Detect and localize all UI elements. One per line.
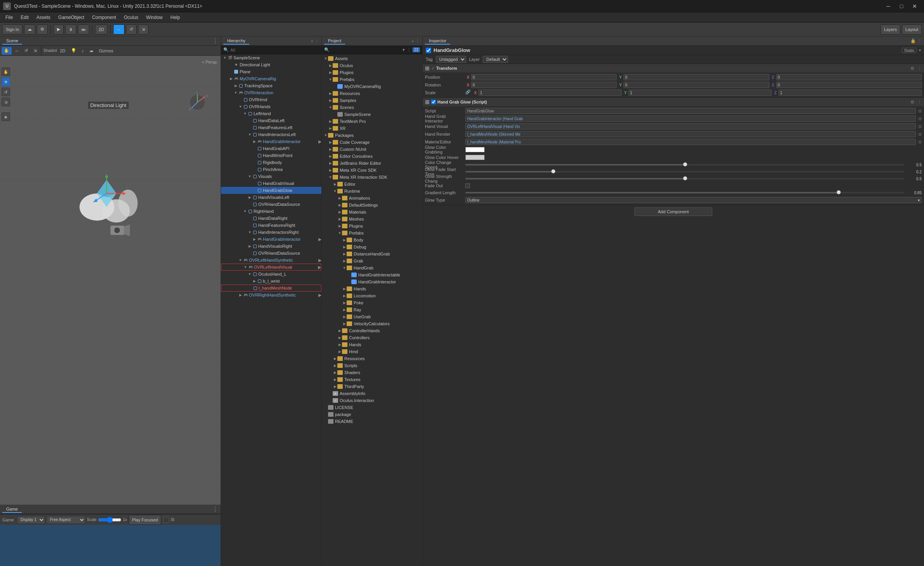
tree-item-plane[interactable]: Plane: [221, 68, 321, 75]
project-oculus[interactable]: ▶ Oculus: [322, 62, 422, 69]
scene-tool-5[interactable]: ◈: [2, 112, 10, 121]
hierarchy-tab[interactable]: Hierarchy: [223, 38, 249, 45]
project-assemblyinfo[interactable]: # AssemblyInfo: [322, 390, 422, 397]
project-distancehandgrab[interactable]: ▶ DistanceHandGrab: [322, 250, 422, 257]
project-plugins[interactable]: ▶ Plugins: [322, 69, 422, 76]
glow-fade-start-thumb[interactable]: [551, 169, 555, 173]
project-hmd[interactable]: ▶ Hmd: [322, 348, 422, 355]
menu-help[interactable]: Help: [168, 14, 183, 21]
scale-tool-2[interactable]: ⇲: [2, 98, 10, 106]
project-metaxrint[interactable]: ▼ Meta XR Interaction SDK: [322, 174, 422, 181]
script-menu-icon[interactable]: ⋮: [917, 100, 922, 105]
rotation-z-input[interactable]: [776, 82, 922, 88]
project-oculusinteraction[interactable]: ○ Oculus.Interaction: [322, 397, 422, 404]
display-select[interactable]: Display 1: [17, 516, 45, 524]
hierarchy-search-input[interactable]: [230, 48, 319, 52]
tree-item-lefthand[interactable]: ▼ LeftHand: [221, 110, 321, 117]
scale-slider[interactable]: [98, 517, 121, 523]
menu-component[interactable]: Component: [89, 14, 119, 21]
tree-item-ovrhmd[interactable]: OVRHmd: [221, 96, 321, 103]
game-menu-icon[interactable]: ⋮: [212, 506, 218, 513]
project-resources2[interactable]: ▶ Resources: [322, 355, 422, 362]
project-handgrab[interactable]: ▼ HandGrab: [322, 264, 422, 271]
scene-tab[interactable]: Scene: [2, 38, 22, 45]
signin-button[interactable]: Sign In: [2, 24, 22, 35]
project-textures[interactable]: ▶ Textures: [322, 376, 422, 383]
static-dropdown-icon[interactable]: ▾: [919, 48, 921, 52]
pause-button[interactable]: ⏸: [65, 24, 76, 35]
project-controllers[interactable]: ▶ Controllers: [322, 334, 422, 341]
tree-item-dirlight[interactable]: ☀ Directional Light: [221, 61, 321, 68]
project-animations[interactable]: ▶ Animations: [322, 195, 422, 202]
project-ray[interactable]: ▶ Ray: [322, 306, 422, 313]
project-scenes[interactable]: ▼ Scenes: [322, 104, 422, 111]
tree-item-handgrabvisual[interactable]: HandGrabVisual: [221, 180, 321, 187]
project-customnunit[interactable]: ▶ Custom NUnit: [322, 146, 422, 153]
fade-out-checkbox[interactable]: [465, 183, 470, 188]
project-editor[interactable]: ▶ Editor: [322, 181, 422, 188]
glow-color-grabbing-swatch[interactable]: [465, 147, 485, 152]
tag-select[interactable]: Untagged: [436, 56, 466, 63]
tree-item-lhandmesh[interactable]: l_handMeshNode: [221, 285, 321, 292]
2d-toggle[interactable]: 2D: [57, 47, 67, 55]
tree-item-ovrhanddataleft[interactable]: OVRHandDataSource: [221, 201, 321, 208]
game-viewport[interactable]: [0, 525, 221, 566]
game-grid-icon[interactable]: [163, 517, 169, 523]
project-debug[interactable]: ▶ Debug: [322, 243, 422, 250]
hand-renderer-dot[interactable]: ⊙: [918, 132, 922, 137]
project-hands2[interactable]: ▶ Hands: [322, 341, 422, 348]
project-runtime[interactable]: ▼ Runtime: [322, 188, 422, 195]
project-handgrabinteractor[interactable]: HandGrabInteractor: [322, 278, 422, 285]
transform-header[interactable]: ⊞ ✓ Transform ⚙ ⋮: [423, 64, 924, 72]
rotation-x-input[interactable]: [471, 82, 617, 88]
tree-item-handvisleft[interactable]: ▶ HandVisualsLeft: [221, 194, 321, 201]
tree-item-handgrabapi[interactable]: HandGrabAPI: [221, 145, 321, 152]
project-handgrabinteractable[interactable]: HandGrabInteractable: [322, 271, 422, 278]
menu-edit[interactable]: Edit: [17, 14, 32, 21]
tree-item-handfeatright[interactable]: HandFeaturesRight: [221, 222, 321, 229]
script-header[interactable]: ⊞ Hand Grab Glow (Script) ⚙ ⋮: [423, 98, 924, 106]
script-settings-icon[interactable]: ⚙: [910, 100, 914, 105]
sound-toggle[interactable]: ♪: [79, 47, 86, 55]
tree-item-rigidbody[interactable]: Rigidbody: [221, 159, 321, 166]
step-button[interactable]: ⏭: [78, 24, 89, 35]
project-textmeshpro[interactable]: ▶ TextMesh Pro: [322, 118, 422, 125]
project-usegrab[interactable]: ▶ UseGrab: [322, 313, 422, 320]
scale-tool[interactable]: ⇲: [31, 47, 39, 55]
tree-item-pincharea[interactable]: PinchArea: [221, 166, 321, 173]
hand-move-tool[interactable]: ✋: [2, 67, 10, 76]
handgrab-interactor-dot[interactable]: ⊙: [918, 116, 922, 121]
tree-item-handdataright[interactable]: HandDataRight: [221, 215, 321, 222]
position-z-input[interactable]: [776, 74, 922, 80]
project-xr[interactable]: ▶ XR: [322, 125, 422, 132]
rotate-button[interactable]: ↺: [126, 24, 136, 35]
maximize-button[interactable]: □: [895, 2, 908, 11]
script-enabled-checkbox[interactable]: [431, 100, 436, 104]
project-grab[interactable]: ▶ Grab: [322, 257, 422, 264]
glow-fade-start-track[interactable]: [465, 171, 905, 173]
project-locomotion[interactable]: ▶ Locomotion: [322, 292, 422, 299]
2d-button[interactable]: 2D: [95, 24, 107, 35]
tree-item-handgrabintleft[interactable]: ▶ 🎮 HandGrabInteractor ▶: [221, 138, 321, 145]
hand-tool[interactable]: ✋: [2, 47, 12, 55]
hierarchy-menu-icon[interactable]: ⋮: [315, 38, 319, 43]
scene-menu-icon[interactable]: ⋮: [212, 37, 218, 45]
play-button[interactable]: ▶: [54, 24, 64, 35]
aspect-select[interactable]: Free Aspect: [47, 516, 85, 524]
position-y-input[interactable]: [623, 74, 769, 80]
color-change-speed-track[interactable]: [465, 164, 905, 166]
tree-item-handintright[interactable]: ▼ HandInteractorsRight: [221, 229, 321, 236]
project-myovrrig[interactable]: MyOVRCameraRig: [322, 83, 422, 90]
glow-strength-track[interactable]: [465, 178, 905, 179]
project-metaxrcore[interactable]: ▶ Meta XR Core SDK: [322, 167, 422, 174]
hierarchy-add-icon[interactable]: +: [311, 39, 313, 43]
project-search-input[interactable]: [331, 48, 400, 52]
tree-item-ovrrightsynth[interactable]: ▶ 🎮 OVRRightHandSynthetic ▶: [221, 292, 321, 299]
tree-item-tracking[interactable]: ▶ TrackingSpace: [221, 82, 321, 89]
project-add-icon[interactable]: +: [412, 39, 414, 43]
project-packages[interactable]: ▼ Packages: [322, 132, 422, 139]
tree-item-ovrleftsynth[interactable]: ▼ 🎮 OVRLeftHandSynthetic ▶: [221, 257, 321, 264]
project-velocitycalc[interactable]: ▶ VelocityCalculators: [322, 320, 422, 327]
project-jbridereditor[interactable]: ▶ JetBrains Rider Editor: [322, 160, 422, 167]
tree-item-ovrinteraction[interactable]: ▼ 🎮 OVRInteraction: [221, 89, 321, 96]
